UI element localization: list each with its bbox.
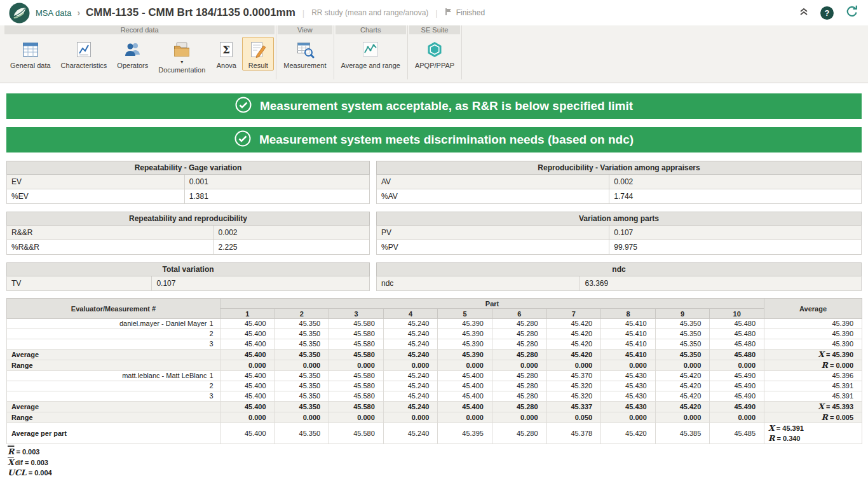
measurement-value: 45.580 — [329, 329, 384, 339]
evaluator-name: matt.leblanc - Matt LeBlanc — [7, 371, 208, 381]
measurement-value: 0.000 — [655, 360, 710, 371]
ribbon-button-documentation[interactable]: ▾ Documentation — [153, 37, 210, 75]
page-title: CMM-1135 - CMM Brt 184/1135 0.0001mm — [86, 6, 295, 19]
measurement-value: 45.350 — [275, 371, 329, 381]
banner-text: Measurement system meets discrimination … — [259, 133, 634, 147]
row-average: 45.390 — [764, 329, 862, 339]
ribbon-group-view: View Measurement — [276, 25, 334, 79]
measurement-value: 45.490 — [710, 391, 764, 402]
measurement-value: 45.240 — [383, 371, 438, 381]
ribbon-button-characteristics[interactable]: Characteristics — [56, 37, 112, 71]
metric-label: PV — [377, 226, 609, 240]
summary-row: %R&&R2.225 — [7, 240, 370, 255]
measurement-value: 45.400 — [438, 402, 492, 412]
measurement-value: 0.000 — [438, 360, 492, 371]
measurement-value: 45.480 — [710, 349, 764, 360]
summary-row: EV0.001 — [7, 175, 370, 189]
status-badge: Finished — [445, 8, 485, 18]
metric-value: 0.002 — [609, 175, 862, 189]
measurement-value: 45.240 — [383, 402, 438, 412]
measurement-row: 245.40045.35045.58045.24045.39045.28045.… — [7, 329, 862, 339]
measurement-value: 45.430 — [601, 402, 656, 412]
measurement-value: 45.490 — [710, 371, 764, 381]
dropdown-arrow-icon[interactable]: ▾ — [180, 60, 183, 64]
ribbon-button-apqp-ppap[interactable]: APQP/PPAP — [410, 37, 459, 71]
math-value: = 0.000 — [828, 362, 853, 369]
app-logo-icon[interactable] — [9, 3, 30, 24]
result-icon — [248, 39, 268, 60]
measurement-value: 45.240 — [383, 381, 438, 391]
ribbon-button-label: APQP/PPAP — [415, 62, 454, 69]
ribbon-group-record-data: Record data General data Characteristics — [3, 25, 276, 79]
summary-row: PV0.107 — [377, 226, 862, 240]
measurement-value: 45.420 — [655, 371, 710, 381]
measurement-value: 45.400 — [220, 423, 275, 444]
measurement-row: daniel.mayer - Daniel Mayer145.40045.350… — [7, 319, 862, 329]
characteristics-icon — [74, 39, 93, 60]
summary-row: R&&R0.002 — [7, 226, 370, 240]
ribbon-button-average-and-range[interactable]: Average and range — [336, 37, 405, 71]
measurement-number: 2 — [208, 381, 220, 391]
measurement-value: 0.000 — [492, 360, 546, 371]
metric-label: %EV — [7, 189, 185, 204]
ribbon-button-measurement[interactable]: Measurement — [278, 37, 331, 71]
measurement-value: 45.395 — [438, 423, 492, 444]
math-value: = 0.005 — [828, 414, 853, 421]
measurement-value: 45.280 — [492, 339, 546, 349]
ribbon-group-buttons: Measurement — [277, 37, 332, 71]
separator: | — [302, 8, 304, 18]
range-row: Range0.0000.0000.0000.0000.0000.0000.050… — [7, 412, 862, 423]
measurement-value: 45.480 — [710, 329, 764, 339]
measurement-value: 0.000 — [601, 412, 656, 423]
average-and-range-chart-icon — [361, 39, 380, 60]
measurement-row: 345.40045.35045.58045.24045.40045.28045.… — [7, 391, 862, 402]
acceptance-banner: Measurement system acceptable, as R&R is… — [6, 93, 862, 119]
measurement-value: 45.400 — [220, 349, 275, 360]
measurement-value: 45.240 — [383, 391, 438, 402]
measurement-value: 45.420 — [655, 381, 710, 391]
finished-flag-icon — [445, 8, 453, 18]
collapse-ribbon-icon[interactable] — [799, 7, 809, 18]
table-title: Total variation — [7, 263, 370, 276]
metric-label: %AV — [377, 189, 609, 204]
measurement-value: 45.280 — [492, 423, 546, 444]
average-header: Average — [764, 299, 862, 319]
measurement-value: 45.490 — [710, 381, 764, 391]
footer-stat: UCL = 0.004 — [8, 468, 868, 478]
ribbon-button-general-data[interactable]: General data — [5, 37, 56, 71]
measurement-value: 45.378 — [546, 423, 601, 444]
evaluator-name — [7, 391, 208, 402]
measurement-value: 45.320 — [546, 391, 601, 402]
math-symbol: X — [818, 349, 824, 359]
part-header: Part — [220, 299, 764, 309]
stat-label: Range — [7, 360, 220, 371]
summary-row: ndc63.369 — [377, 276, 862, 291]
breadcrumb-root[interactable]: MSA data — [36, 8, 71, 18]
measurement-value: 0.000 — [601, 360, 656, 371]
row-average: 45.390 — [764, 339, 862, 349]
ribbon-button-anova[interactable]: Σ Anova — [210, 37, 242, 71]
metric-label: TV — [7, 276, 152, 291]
svg-text:Σ: Σ — [222, 43, 230, 56]
math-symbol: R — [822, 412, 828, 422]
math-value: = 0.003 — [23, 459, 48, 466]
metric-label: AV — [377, 175, 609, 189]
measurement-value: 45.390 — [438, 339, 492, 349]
part-column-header: 2 — [275, 309, 329, 319]
measurement-value: 45.490 — [710, 402, 764, 412]
part-column-header: 4 — [383, 309, 438, 319]
operators-icon — [123, 39, 142, 60]
ribbon-button-result[interactable]: Result — [242, 37, 274, 71]
ribbon-group-charts: Charts Average and range — [334, 25, 408, 79]
help-icon[interactable]: ? — [820, 6, 834, 20]
part-column-header: 10 — [710, 309, 764, 319]
measurement-value: 45.350 — [655, 339, 710, 349]
average-per-part-row: Average per part45.40045.35045.58045.240… — [7, 423, 862, 444]
summary-tables: Repeatability - Gage variation EV0.001%E… — [6, 161, 862, 291]
refresh-icon[interactable] — [845, 4, 859, 21]
part-column-header: 7 — [546, 309, 601, 319]
stat-label: Average — [7, 349, 220, 360]
ribbon-button-operators[interactable]: Operators — [112, 37, 153, 71]
ribbon-button-label: Anova — [217, 62, 236, 69]
part-column-header: 5 — [438, 309, 492, 319]
